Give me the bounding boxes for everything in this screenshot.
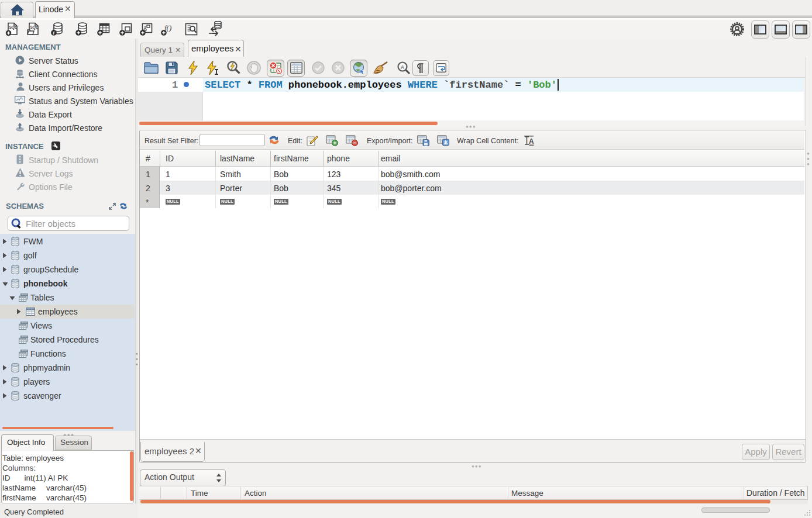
svg-text:A: A — [401, 64, 405, 70]
svg-text:SQL: SQL — [30, 25, 38, 30]
svg-text:A: A — [529, 137, 534, 146]
svg-text:SQL: SQL — [9, 25, 17, 30]
